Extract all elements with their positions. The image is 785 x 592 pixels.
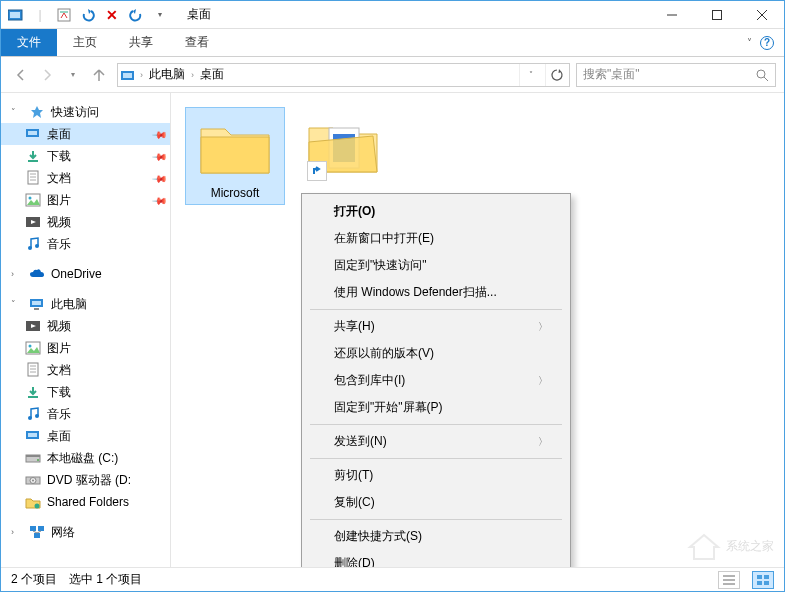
- details-view-button[interactable]: [718, 571, 740, 589]
- breadcrumb-current[interactable]: 桌面: [198, 66, 226, 83]
- context-menu-item[interactable]: 发送到(N) 〉: [304, 428, 568, 455]
- tab-view[interactable]: 查看: [169, 29, 225, 56]
- sidebar-item-videos[interactable]: 视频: [1, 211, 170, 233]
- sidebar-this-pc[interactable]: ˅ 此电脑: [1, 293, 170, 315]
- sidebar-network[interactable]: › 网络: [1, 521, 170, 543]
- context-menu-item[interactable]: 使用 Windows Defender扫描...: [304, 279, 568, 306]
- pin-icon: 📌: [152, 126, 168, 142]
- context-menu-item[interactable]: 在新窗口中打开(E): [304, 225, 568, 252]
- breadcrumb-separator[interactable]: ›: [191, 70, 194, 80]
- sidebar-item-label: 视频: [47, 318, 71, 335]
- svg-point-38: [35, 414, 39, 418]
- sidebar-item-downloads[interactable]: 下载: [1, 381, 170, 403]
- sidebar-quick-access[interactable]: ˅ 快速访问: [1, 101, 170, 123]
- close-button[interactable]: [739, 1, 784, 29]
- sidebar-item-music[interactable]: 音乐: [1, 233, 170, 255]
- context-menu-item-label: 固定到"快速访问": [334, 257, 427, 274]
- breadcrumb-separator[interactable]: ›: [140, 70, 143, 80]
- properties-icon[interactable]: [55, 6, 73, 24]
- sidebar-item-documents[interactable]: 文档: [1, 359, 170, 381]
- context-menu-item[interactable]: 剪切(T): [304, 462, 568, 489]
- up-button[interactable]: [87, 63, 111, 87]
- app-icon: [7, 6, 25, 24]
- icons-view-button[interactable]: [752, 571, 774, 589]
- navigation-pane: ˅ 快速访问 桌面 📌 下载 📌 文档 📌 图片 📌 视频: [1, 93, 171, 567]
- recent-dropdown[interactable]: ▾: [61, 63, 85, 87]
- qat-dropdown-icon[interactable]: ▾: [151, 6, 169, 24]
- qat-divider: |: [31, 6, 49, 24]
- context-menu-item-label: 创建快捷方式(S): [334, 528, 422, 545]
- address-dropdown[interactable]: ˅: [519, 64, 541, 86]
- sidebar-item-videos[interactable]: 视频: [1, 315, 170, 337]
- dvd-icon: [25, 472, 41, 488]
- ribbon-expand-icon[interactable]: ˅: [747, 37, 752, 48]
- maximize-button[interactable]: [694, 1, 739, 29]
- sidebar-item-downloads[interactable]: 下载 📌: [1, 145, 170, 167]
- network-icon: [29, 524, 45, 540]
- context-menu-item[interactable]: 创建快捷方式(S): [304, 523, 568, 550]
- pin-icon: 📌: [152, 192, 168, 208]
- context-menu: 打开(O) 在新窗口中打开(E) 固定到"快速访问" 使用 Windows De…: [301, 193, 571, 592]
- svg-marker-11: [31, 106, 43, 118]
- file-item[interactable]: Microsoft: [185, 107, 285, 205]
- chevron-right-icon: 〉: [538, 320, 548, 334]
- status-bar: 2 个项目 选中 1 个项目: [1, 567, 784, 591]
- context-menu-item[interactable]: 固定到"快速访问": [304, 252, 568, 279]
- svg-rect-40: [28, 433, 37, 437]
- svg-rect-42: [26, 455, 40, 457]
- minimize-button[interactable]: [649, 1, 694, 29]
- context-menu-item[interactable]: 复制(C): [304, 489, 568, 516]
- sidebar-item-pictures[interactable]: 图片: [1, 337, 170, 359]
- sidebar-item-music[interactable]: 音乐: [1, 403, 170, 425]
- delete-icon[interactable]: ✕: [103, 6, 121, 24]
- pc-icon: [29, 296, 45, 312]
- pictures-icon: [25, 340, 41, 356]
- tab-share[interactable]: 共享: [113, 29, 169, 56]
- help-icon[interactable]: ?: [760, 36, 774, 50]
- sidebar-item-dvd[interactable]: DVD 驱动器 (D:: [1, 469, 170, 491]
- context-menu-separator: [310, 309, 562, 310]
- sidebar-item-desktop[interactable]: 桌面: [1, 425, 170, 447]
- file-item[interactable]: [293, 107, 393, 189]
- sidebar-item-drive[interactable]: 本地磁盘 (C:): [1, 447, 170, 469]
- context-menu-separator: [310, 424, 562, 425]
- refresh-button[interactable]: [545, 64, 567, 86]
- forward-button[interactable]: [35, 63, 59, 87]
- context-menu-item[interactable]: 共享(H) 〉: [304, 313, 568, 340]
- address-bar[interactable]: › 此电脑 › 桌面 ˅: [117, 63, 570, 87]
- svg-rect-13: [28, 131, 37, 135]
- sidebar-onedrive[interactable]: › OneDrive: [1, 263, 170, 285]
- context-menu-item[interactable]: 还原以前的版本(V): [304, 340, 568, 367]
- drive-icon: [25, 450, 41, 466]
- undo-icon[interactable]: [79, 6, 97, 24]
- file-tab[interactable]: 文件: [1, 29, 57, 56]
- sidebar-item-label: 本地磁盘 (C:): [47, 450, 118, 467]
- downloads-icon: [25, 384, 41, 400]
- context-menu-item[interactable]: 固定到"开始"屏幕(P): [304, 394, 568, 421]
- svg-rect-56: [757, 575, 762, 579]
- sidebar-item-documents[interactable]: 文档 📌: [1, 167, 170, 189]
- videos-icon: [25, 214, 41, 230]
- sidebar-item-desktop[interactable]: 桌面 📌: [1, 123, 170, 145]
- back-button[interactable]: [9, 63, 33, 87]
- tab-home[interactable]: 主页: [57, 29, 113, 56]
- chevron-right-icon: 〉: [538, 435, 548, 449]
- svg-rect-50: [34, 533, 40, 538]
- svg-rect-49: [38, 526, 44, 531]
- redo-icon[interactable]: [127, 6, 145, 24]
- breadcrumb-root[interactable]: 此电脑: [147, 66, 187, 83]
- quick-access-toolbar: | ✕ ▾: [1, 6, 175, 24]
- sidebar-item-netfolder[interactable]: Shared Folders: [1, 491, 170, 513]
- svg-rect-58: [757, 581, 762, 585]
- shortcut-overlay-icon: [307, 161, 327, 181]
- svg-rect-57: [764, 575, 769, 579]
- desktop-icon: [25, 428, 41, 444]
- context-menu-item[interactable]: 包含到库中(I) 〉: [304, 367, 568, 394]
- svg-rect-8: [123, 73, 132, 78]
- sidebar-item-label: 文档: [47, 362, 71, 379]
- search-box[interactable]: 搜索"桌面": [576, 63, 776, 87]
- context-menu-item[interactable]: 打开(O): [304, 198, 568, 225]
- svg-rect-59: [764, 581, 769, 585]
- svg-point-47: [35, 504, 40, 509]
- sidebar-item-pictures[interactable]: 图片 📌: [1, 189, 170, 211]
